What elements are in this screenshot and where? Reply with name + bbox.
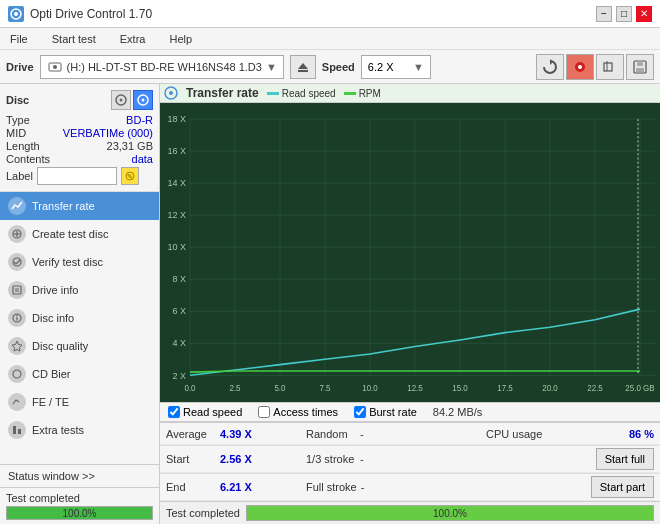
svg-text:12 X: 12 X — [168, 210, 186, 220]
create-test-disc-label: Create test disc — [32, 228, 108, 240]
access-times-checkbox[interactable] — [258, 406, 270, 418]
nav-drive-info[interactable]: Drive info — [0, 276, 159, 304]
stats-start-full: Start full — [480, 446, 660, 473]
read-speed-checkbox[interactable] — [168, 406, 180, 418]
nav-create-test-disc[interactable]: Create test disc — [0, 220, 159, 248]
svg-rect-9 — [604, 63, 612, 71]
drive-info-icon — [8, 281, 26, 299]
menu-help[interactable]: Help — [163, 31, 198, 47]
speed-selector[interactable]: 6.2 X ▼ — [361, 55, 431, 79]
nav-transfer-rate[interactable]: Transfer rate — [0, 192, 159, 220]
status-section: Status window >> Test completed 100.0% — [0, 464, 159, 524]
nav-cd-bier[interactable]: CD Bier — [0, 360, 159, 388]
random-label: Random — [306, 428, 356, 440]
svg-point-3 — [53, 65, 57, 69]
svg-text:10 X: 10 X — [168, 242, 186, 252]
menu-start-test[interactable]: Start test — [46, 31, 102, 47]
minimize-button[interactable]: − — [596, 6, 612, 22]
start-full-button[interactable]: Start full — [596, 448, 654, 470]
type-label: Type — [6, 114, 30, 126]
start-value: 2.56 X — [220, 453, 252, 465]
burst-rate-checkbox-label[interactable]: Burst rate — [354, 406, 417, 418]
refresh-button[interactable] — [536, 54, 564, 80]
svg-text:7.5: 7.5 — [319, 384, 330, 393]
random-value: - — [360, 428, 364, 440]
maximize-button[interactable]: □ — [616, 6, 632, 22]
disc-icon-2[interactable] — [133, 90, 153, 110]
svg-text:4 X: 4 X — [172, 338, 186, 348]
status-window-label: Status window >> — [8, 470, 95, 482]
legend-rpm: RPM — [344, 88, 381, 99]
stroke-1-3-label: 1/3 stroke — [306, 453, 356, 465]
svg-text:✎: ✎ — [127, 173, 133, 180]
end-value: 6.21 X — [220, 481, 252, 493]
legend-read-speed: Read speed — [267, 88, 336, 99]
title-bar: Opti Drive Control 1.70 − □ ✕ — [0, 0, 660, 28]
legend-read-speed-color — [267, 92, 279, 95]
right-panel: Transfer rate Read speed RPM — [160, 84, 660, 524]
svg-text:22.5: 22.5 — [587, 384, 603, 393]
close-button[interactable]: ✕ — [636, 6, 652, 22]
nav-verify-test-disc[interactable]: Verify test disc — [0, 248, 159, 276]
svg-text:2.5: 2.5 — [229, 384, 240, 393]
nav-disc-info[interactable]: Disc info — [0, 304, 159, 332]
fe-te-label: FE / TE — [32, 396, 69, 408]
bottom-progress-fill: 100.0% — [247, 506, 653, 520]
drive-toolbar: Drive (H:) HL-DT-ST BD-RE WH16NS48 1.D3 … — [0, 50, 660, 84]
contents-label: Contents — [6, 153, 50, 165]
average-label: Average — [166, 428, 216, 440]
main-content: Disc Type BD-R MID VERBATIMe (000) — [0, 84, 660, 524]
drive-selector[interactable]: (H:) HL-DT-ST BD-RE WH16NS48 1.D3 ▼ — [40, 55, 284, 79]
toolbar-icons — [536, 54, 654, 80]
edit-button[interactable] — [596, 54, 624, 80]
verify-test-disc-label: Verify test disc — [32, 256, 103, 268]
nav-disc-quality[interactable]: Disc quality — [0, 332, 159, 360]
disc-icon-1[interactable] — [111, 90, 131, 110]
type-value: BD-R — [126, 114, 153, 126]
svg-point-17 — [142, 99, 145, 102]
full-stroke-value: - — [361, 481, 365, 493]
svg-text:5.0: 5.0 — [274, 384, 285, 393]
burst-rate-checkbox[interactable] — [354, 406, 366, 418]
nav-extra-tests[interactable]: Extra tests — [0, 416, 159, 444]
disc-quality-icon — [8, 337, 26, 355]
svg-text:17.5: 17.5 — [497, 384, 513, 393]
svg-text:20.0: 20.0 — [542, 384, 558, 393]
start-label: Start — [166, 453, 216, 465]
cpu-label: CPU usage — [486, 428, 542, 440]
chart-icon — [164, 86, 178, 100]
eject-button[interactable] — [290, 55, 316, 79]
burst-rate-value: 84.2 MB/s — [433, 406, 483, 418]
label-icon-button[interactable]: ✎ — [121, 167, 139, 185]
app-icon — [8, 6, 24, 22]
access-times-checkbox-label[interactable]: Access times — [258, 406, 338, 418]
stats-area: Average 4.39 X Random - CPU usage 86 % S… — [160, 422, 660, 501]
left-panel: Disc Type BD-R MID VERBATIMe (000) — [0, 84, 160, 524]
stats-row-3: End 6.21 X Full stroke - Start part — [160, 474, 660, 501]
save-button[interactable] — [626, 54, 654, 80]
extra-tests-icon — [8, 421, 26, 439]
checkboxes-row: Read speed Access times Burst rate 84.2 … — [160, 402, 660, 422]
settings-button[interactable] — [566, 54, 594, 80]
read-speed-checkbox-label[interactable]: Read speed — [168, 406, 242, 418]
completed-text: Test completed — [6, 492, 153, 504]
svg-rect-13 — [636, 68, 644, 72]
stats-start-part: Start part — [480, 474, 660, 501]
start-part-button[interactable]: Start part — [591, 476, 654, 498]
window-controls: − □ ✕ — [596, 6, 652, 22]
svg-text:0.0: 0.0 — [184, 384, 195, 393]
legend-read-speed-label: Read speed — [282, 88, 336, 99]
full-stroke-label: Full stroke — [306, 481, 357, 493]
save-icon — [632, 59, 648, 75]
dropdown-arrow: ▼ — [266, 61, 277, 73]
label-input[interactable] — [37, 167, 117, 185]
legend-rpm-color — [344, 92, 356, 95]
menu-extra[interactable]: Extra — [114, 31, 152, 47]
nav-fe-te[interactable]: FE / TE — [0, 388, 159, 416]
cpu-value: 86 % — [629, 428, 654, 440]
status-window-button[interactable]: Status window >> — [0, 465, 159, 487]
bottom-status-text: Test completed — [166, 507, 240, 519]
svg-text:12.5: 12.5 — [407, 384, 423, 393]
menu-file[interactable]: File — [4, 31, 34, 47]
disc-info-icon — [8, 309, 26, 327]
